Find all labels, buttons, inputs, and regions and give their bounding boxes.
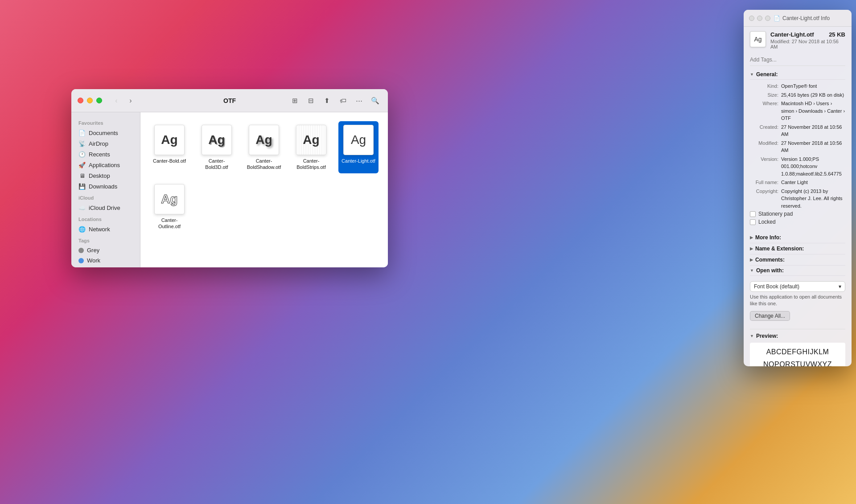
created-value: 27 November 2018 at 10:56 AM [781,123,845,138]
info-traffic-lights [749,16,770,21]
finder-titlebar: ‹ › OTF ⊞ ⊟ ⬆ 🏷 ⋯ 🔍 [71,89,388,112]
nav-buttons: ‹ › [110,94,137,107]
forward-button[interactable]: › [124,94,137,107]
info-row-copyright: Copyright: Copyright (c) 2013 by Christo… [750,188,845,210]
info-zoom-button[interactable] [765,16,770,21]
sidebar-tags-label: Tags [71,234,140,245]
info-tags-input[interactable] [750,54,845,66]
font-icon-outline: Ag [154,184,185,214]
file-icon-container-outline: Ag [153,183,185,215]
file-item-canter-bold3d[interactable]: Ag Canter-Bold3D.otf [197,121,237,173]
info-row-kind: Kind: OpenType® font [750,82,845,90]
open-with-hint: Use this application to open all documen… [750,294,845,307]
locked-checkbox[interactable] [750,219,756,225]
info-minimize-button[interactable] [757,16,762,21]
font-icon-shadow: Ag [249,125,279,155]
view-columns-button[interactable]: ⊟ [304,94,317,107]
version-value: Version 1.000;PS 001.000;hotconv 1.0.88;… [781,156,845,178]
more-button[interactable]: ⋯ [352,94,366,107]
tag-grey-dot [78,248,84,253]
sidebar-item-label-desktop: Desktop [89,172,110,179]
sidebar-item-recents[interactable]: 🕐 Recents [73,149,138,160]
file-item-canter-boldstrips[interactable]: Ag Canter-BoldStrips.otf [291,121,331,173]
sidebar-item-icloud-drive[interactable]: ☁️ iCloud Drive [73,202,138,213]
info-section-general-header[interactable]: ▼ General: [750,70,845,80]
share-button[interactable]: ⬆ [320,94,333,107]
comments-label: Comments: [755,257,785,263]
tag-work-dot [78,258,84,263]
info-file-header: Ag 25 KB Canter-Light.otf Modified: 27 N… [750,31,845,49]
sidebar-icloud-label: iCloud [71,192,140,202]
info-file-size: 25 KB [829,31,845,38]
comments-arrow: ▶ [750,258,753,262]
open-with-select[interactable]: Font Book (default) ▾ [750,281,845,292]
file-item-canter-bold[interactable]: Ag Canter-Bold.otf [149,121,189,173]
close-button[interactable] [78,98,83,103]
file-item-canter-light[interactable]: Ag Canter-Light.otf [338,121,379,173]
sidebar-item-desktop[interactable]: 🖥 Desktop [73,170,138,181]
file-name-bold: Canter-Bold.otf [153,158,186,164]
maximize-button[interactable] [96,98,102,103]
open-with-arrow: ▼ [750,268,754,273]
file-icon-container-bold: Ag [153,124,185,156]
finder-window: ‹ › OTF ⊞ ⊟ ⬆ 🏷 ⋯ 🔍 Favourites 📄 Documen… [71,89,388,267]
tag-button[interactable]: 🏷 [336,94,350,107]
file-icon-container-boldstrips: Ag [295,124,327,156]
file-icon-container-boldshadow: Ag [248,124,280,156]
info-section-open-with-header[interactable]: ▼ Open with: [750,266,845,276]
info-panel: 📄 Canter-Light.otf Info Ag 25 KB Canter-… [744,10,852,366]
file-grid: Ag Canter-Bold.otf Ag Canter-Bold3D.otf [149,121,379,232]
airdrop-icon: 📡 [78,140,86,147]
where-value: Macintosh HD › Users › simon › Downloads… [781,100,845,122]
sidebar-item-tag-work[interactable]: Work [73,255,138,266]
size-label: Size: [750,91,781,99]
fullname-label: Full name: [750,179,781,186]
info-section-preview-header[interactable]: ▼ Preview: [750,333,845,339]
view-icons-button[interactable]: ⊞ [288,94,301,107]
finder-sidebar: Favourites 📄 Documents 📡 AirDrop 🕐 Recen… [71,112,140,267]
info-section-comments[interactable]: ▶ Comments: [750,254,845,266]
sidebar-item-network[interactable]: 🌐 Network [73,224,138,234]
copyright-value: Copyright (c) 2013 by Christopher J. Lee… [781,188,845,210]
info-row-size: Size: 25,416 bytes (29 KB on disk) [750,91,845,99]
info-titlebar: 📄 Canter-Light.otf Info [744,10,852,27]
info-row-version: Version: Version 1.000;PS 001.000;hotcon… [750,156,845,178]
info-close-button[interactable] [749,16,754,21]
back-button[interactable]: ‹ [110,94,123,107]
desktop-icon: 🖥 [78,172,86,179]
name-ext-label: Name & Extension: [755,246,804,252]
minimize-button[interactable] [87,98,93,103]
info-section-general-body: Kind: OpenType® font Size: 25,416 bytes … [750,80,845,229]
sidebar-item-label-network: Network [89,226,110,233]
sidebar-item-tag-grey[interactable]: Grey [73,245,138,255]
info-title: 📄 Canter-Light.otf Info [774,15,830,21]
info-section-more-info[interactable]: ▶ More Info: [750,232,845,243]
font-icon-bold: Ag [154,125,185,155]
change-all-button[interactable]: Change All... [750,311,790,321]
sidebar-favourites-label: Favourites [71,117,140,127]
sidebar-item-label-work: Work [87,257,100,264]
sidebar-item-label-documents: Documents [89,130,118,136]
sidebar-item-label-airdrop: AirDrop [89,140,108,147]
preview-line-1: ABCDEFGHIJKLM [754,347,841,357]
file-name-boldstrips: Canter-BoldStrips.otf [293,158,329,171]
file-item-canter-outline[interactable]: Ag Canter-Outline.otf [149,180,189,233]
info-section-name-extension[interactable]: ▶ Name & Extension: [750,243,845,254]
document-icon: 📄 [78,129,86,136]
sidebar-item-airdrop[interactable]: 📡 AirDrop [73,138,138,149]
stationery-pad-checkbox[interactable] [750,211,756,217]
file-icon-container-light: Ag [342,124,374,156]
sidebar-item-label-downloads: Downloads [89,183,117,190]
info-section-open-with: ▼ Open with: Font Book (default) ▾ Use t… [750,266,845,326]
modified-label: Modified: [750,139,781,154]
sidebar-item-applications[interactable]: 🚀 Applications [73,160,138,170]
sidebar-item-downloads[interactable]: 💾 Downloads [73,181,138,192]
sidebar-item-documents[interactable]: 📄 Documents [73,127,138,138]
search-button[interactable]: 🔍 [368,94,382,107]
open-with-chevron: ▾ [839,283,841,290]
stationery-pad-label: Stationery pad [758,211,793,217]
icloud-drive-icon: ☁️ [78,204,86,211]
file-item-canter-boldshadow[interactable]: Ag Canter-BoldShadow.otf [244,121,284,173]
window-title: OTF [223,97,236,104]
file-name-outline: Canter-Outline.otf [151,217,188,230]
